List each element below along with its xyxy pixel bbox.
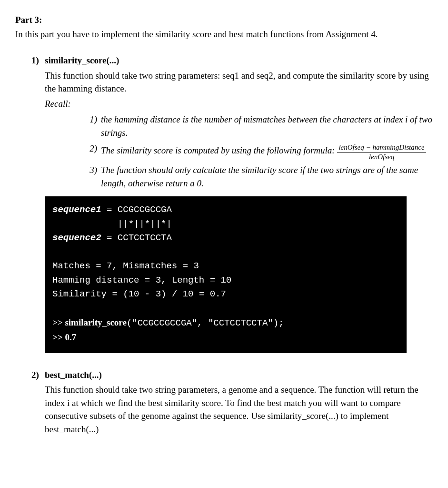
item-1-title: similarity_score(...) bbox=[45, 54, 119, 67]
inner-2-text: The similarity score is computed by usin… bbox=[101, 142, 433, 161]
inner-3-text: The function should only calculate the s… bbox=[101, 163, 433, 190]
part-heading: Part 3: bbox=[15, 13, 433, 27]
inner-3-num: 3) bbox=[84, 163, 101, 190]
item-1-recall: Recall: bbox=[45, 97, 433, 111]
example-code-block: sequence1 = CCGCCGCCGA ||*||*||*| sequen… bbox=[45, 196, 407, 353]
similarity-formula: lenOfseq − hammingDistance lenOfseq bbox=[337, 143, 426, 161]
item-2-title: best_match(...) bbox=[45, 368, 102, 382]
item-1-body: This function should take two string par… bbox=[45, 69, 433, 95]
part-intro: In this part you have to implement the s… bbox=[15, 28, 433, 41]
item-2-number: 2) bbox=[31, 368, 45, 382]
inner-2-num: 2) bbox=[84, 142, 101, 161]
item-1-number: 1) bbox=[31, 54, 45, 67]
item-2-body: This function should take two string par… bbox=[45, 383, 433, 436]
item-1: 1) similarity_score(...) bbox=[15, 54, 433, 67]
inner-1-num: 1) bbox=[84, 113, 101, 139]
item-1-inner-list: 1) the hamming distance is the number of… bbox=[15, 113, 433, 190]
inner-1-text: the hamming distance is the number of mi… bbox=[101, 113, 433, 139]
item-2: 2) best_match(...) bbox=[15, 368, 433, 382]
